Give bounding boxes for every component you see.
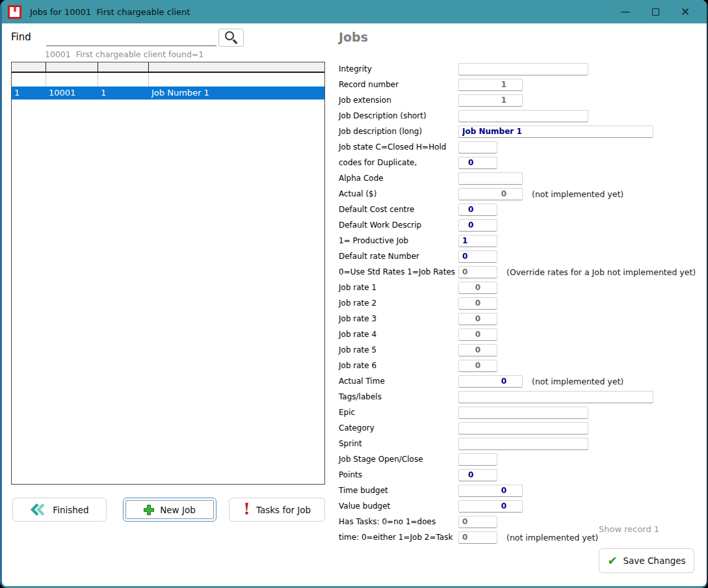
form-row-job-stage-open-close: Job Stage Open/Close — [339, 451, 696, 467]
field-input-job-stage-open-close[interactable] — [458, 453, 497, 466]
form-row-integrity: Integrity — [339, 61, 696, 77]
field-label-sprint: Sprint — [339, 439, 458, 448]
field-label-has-tasks-0-no-1-does: Has Tasks: 0=no 1=does — [339, 517, 458, 526]
save-changes-button[interactable]: ✔ Save Changes — [599, 548, 694, 573]
field-label-job-rate-3: Job rate 3 — [339, 314, 458, 323]
field-input-default-cost-centre[interactable] — [458, 204, 497, 216]
form-row-job-rate-1: Job rate 1 — [339, 280, 696, 295]
field-input-sprint[interactable] — [458, 438, 588, 450]
field-input-job-rate-4[interactable] — [458, 328, 497, 341]
exclamation-icon: ! — [243, 501, 250, 517]
field-input-record-number[interactable] — [458, 79, 523, 91]
field-input-time-budget[interactable] — [458, 485, 523, 497]
field-input-job-description-long[interactable] — [458, 126, 653, 138]
field-label-job-description-long: Job description (long) — [339, 127, 458, 136]
jobs-form: IntegrityRecord numberJob extensionJob D… — [339, 61, 696, 545]
field-input-default-rate-number[interactable] — [458, 250, 497, 263]
grid-header-cell[interactable] — [98, 62, 149, 72]
field-label-default-rate-number: Default rate Number — [339, 252, 458, 261]
field-input-job-rate-3[interactable] — [458, 313, 497, 325]
field-label-codes-for-duplicate: codes for Duplicate, — [339, 158, 458, 167]
form-row-job-state-c-closed-h-hold: Job state C=Closed H=Hold — [339, 139, 696, 155]
field-input-job-rate-2[interactable] — [458, 297, 497, 310]
maximize-icon — [652, 8, 659, 16]
field-note-time-0-either-1-job-2-task: (not implemented yet) — [506, 533, 598, 542]
app-icon[interactable] — [8, 5, 21, 19]
window-controls: — ✕ — [610, 0, 700, 23]
grid-body: 1100011Job Number 1 — [12, 73, 324, 100]
field-input-points[interactable] — [458, 469, 497, 481]
field-input-default-work-descrip[interactable] — [458, 219, 497, 232]
field-input-job-extension[interactable] — [458, 94, 523, 107]
form-row-job-rate-2: Job rate 2 — [339, 295, 696, 311]
field-input-has-tasks-0-no-1-does[interactable] — [458, 516, 497, 528]
grid-row-selected[interactable]: 1100011Job Number 1 — [12, 87, 324, 100]
maximize-button[interactable] — [640, 0, 670, 23]
grid-row[interactable] — [12, 73, 324, 87]
field-label-alpha-code: Alpha Code — [339, 174, 458, 183]
field-label-epic: Epic — [339, 408, 458, 417]
field-label-time-0-either-1-job-2-task: time: 0=either 1=Job 2=Task — [339, 533, 458, 542]
new-job-button-label: New Job — [160, 505, 196, 515]
new-job-button[interactable]: New Job — [123, 498, 216, 522]
field-input-codes-for-duplicate[interactable] — [458, 157, 497, 169]
plus-icon — [144, 505, 154, 515]
form-row-default-cost-centre: Default Cost centre — [339, 202, 696, 217]
grid-header-cell[interactable] — [46, 62, 98, 72]
field-input-actual-time[interactable] — [458, 375, 523, 388]
grid-cell — [98, 73, 149, 87]
field-label-job-rate-2: Job rate 2 — [339, 299, 458, 308]
grid-header-cell[interactable] — [149, 62, 324, 72]
minimize-button[interactable]: — — [610, 0, 640, 23]
field-input-1-productive-job[interactable] — [458, 235, 497, 247]
field-input-tags-labels[interactable] — [458, 391, 653, 403]
field-label-job-rate-4: Job rate 4 — [339, 330, 458, 339]
field-input-category[interactable] — [458, 422, 588, 434]
window-title: Jobs for 10001 First chargeable client — [30, 7, 190, 17]
field-input-epic[interactable] — [458, 407, 588, 419]
field-label-default-work-descrip: Default Work Descrip — [339, 220, 458, 230]
field-input-job-rate-1[interactable] — [458, 282, 497, 294]
field-input-0-use-std-rates-1-job-rates[interactable] — [458, 266, 497, 278]
form-row-job-description-long: Job description (long) — [339, 124, 696, 139]
form-row-job-extension: Job extension — [339, 92, 696, 108]
field-input-time-0-either-1-job-2-task[interactable] — [458, 531, 497, 544]
field-label-job-description-short: Job Description (short) — [339, 111, 458, 120]
field-input-alpha-code[interactable] — [458, 172, 523, 185]
form-row-default-rate-number: Default rate Number — [339, 248, 696, 264]
field-label-job-rate-6: Job rate 6 — [339, 361, 458, 370]
form-row-job-rate-5: Job rate 5 — [339, 342, 696, 358]
grid-cell — [149, 73, 324, 87]
field-label-integrity: Integrity — [339, 64, 458, 74]
field-label-job-extension: Job extension — [339, 96, 458, 105]
jobs-grid[interactable]: 1100011Job Number 1 — [11, 62, 325, 485]
form-row-default-work-descrip: Default Work Descrip — [339, 217, 696, 233]
field-label-actual: Actual ($) — [339, 189, 458, 198]
search-button[interactable] — [218, 29, 244, 47]
grid-cell: 10001 — [46, 87, 98, 100]
field-input-job-rate-6[interactable] — [458, 360, 497, 372]
field-label-job-stage-open-close: Job Stage Open/Close — [339, 455, 458, 464]
field-label-points: Points — [339, 470, 458, 479]
find-label: Find — [11, 31, 31, 43]
field-input-actual[interactable] — [458, 188, 523, 200]
find-input[interactable] — [46, 30, 216, 46]
finished-button-label: Finished — [53, 505, 88, 515]
double-chevron-left-icon — [30, 503, 47, 516]
search-icon — [225, 31, 234, 40]
field-input-job-rate-5[interactable] — [458, 344, 497, 356]
tasks-for-job-button[interactable]: ! Tasks for Job — [229, 498, 325, 522]
field-input-job-state-c-closed-h-hold[interactable] — [458, 141, 497, 154]
field-input-integrity[interactable] — [458, 63, 588, 75]
field-input-job-description-short[interactable] — [458, 110, 588, 122]
grid-header-cell[interactable] — [12, 62, 46, 72]
form-row-epic: Epic — [339, 405, 696, 420]
field-input-value-budget[interactable] — [458, 500, 523, 513]
form-row-actual: Actual ($)(not implemented yet) — [339, 186, 696, 202]
form-row-job-rate-3: Job rate 3 — [339, 311, 696, 327]
app-window: Jobs for 10001 First chargeable client —… — [0, 0, 708, 588]
form-row-value-budget: Value budget — [339, 498, 696, 514]
finished-button[interactable]: Finished — [12, 498, 107, 522]
form-row-1-productive-job: 1= Productive Job — [339, 233, 696, 248]
close-button[interactable]: ✕ — [670, 0, 700, 23]
